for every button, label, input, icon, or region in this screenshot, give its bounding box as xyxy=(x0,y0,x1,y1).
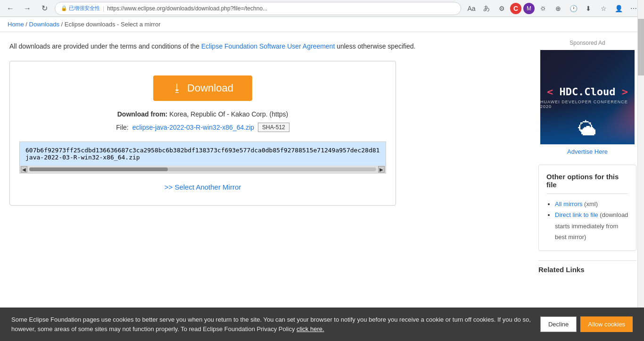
file-link[interactable]: eclipse-java-2022-03-R-win32-x86_64.zip xyxy=(132,124,254,131)
download-button-label: Download xyxy=(187,82,233,94)
terms-outro: unless otherwise specified. xyxy=(335,42,415,50)
breadcrumb-home[interactable]: Home xyxy=(8,21,24,28)
security-badge: 🔒 已增强安全性 xyxy=(61,5,100,12)
url-text: https://www.eclipse.org/downloads/downlo… xyxy=(107,5,455,12)
read-mode-button[interactable]: Aa xyxy=(465,2,478,15)
extension-icon[interactable]: ⛭ xyxy=(537,2,550,15)
scrollbar-thumb[interactable] xyxy=(29,167,168,171)
scrollbar-thumb[interactable] xyxy=(638,19,644,75)
option-all-mirrors: All mirrors (xml) xyxy=(555,199,628,209)
main-content: All downloads are provided under the ter… xyxy=(0,32,531,281)
breadcrumb-sep2: / xyxy=(61,21,63,28)
page-layout: All downloads are provided under the ter… xyxy=(0,32,644,281)
breadcrumb: Home / Downloads / Eclipse downloads - S… xyxy=(0,17,644,32)
terms-intro: All downloads are provided under the ter… xyxy=(9,42,201,50)
ad-banner[interactable]: < HDC.Cloud > HUAWEI DEVELOPER CONFERENC… xyxy=(540,50,635,144)
sha-badge[interactable]: SHA-512 xyxy=(258,123,289,132)
download-icon[interactable]: ⬇ xyxy=(582,2,595,15)
breadcrumb-current: Eclipse downloads - Select a mirror xyxy=(65,21,161,28)
browser-tab-button[interactable]: ⊕ xyxy=(552,2,565,15)
ad-cloud-visual: 🌥 xyxy=(578,118,597,140)
other-options-title: Other options for this file xyxy=(546,173,628,194)
file-info: File: eclipse-java-2022-03-R-win32-x86_6… xyxy=(19,123,386,132)
hash-text[interactable]: 607b6f92973ff25cdbd136636687c3ca2958bc6b… xyxy=(20,142,386,166)
sponsored-label: Sponsored Ad xyxy=(538,40,636,46)
ad-logo: < HDC.Cloud > xyxy=(547,86,628,98)
download-from-value: Korea, Republic Of - Kakao Corp. (https) xyxy=(169,110,288,118)
download-from-label: Download from: xyxy=(117,110,168,118)
all-mirrors-link[interactable]: All mirrors xyxy=(555,200,583,208)
page-scrollbar[interactable] xyxy=(637,0,644,281)
hash-container: 607b6f92973ff25cdbd136636687c3ca2958bc6b… xyxy=(19,141,386,174)
file-label: File: xyxy=(116,124,128,131)
scrollbar-track[interactable] xyxy=(29,167,376,171)
breadcrumb-sep1: / xyxy=(25,21,27,28)
option-direct-link: Direct link to file (download starts imm… xyxy=(555,209,628,242)
download-box: ⭳ Download Download from: Korea, Republi… xyxy=(9,61,396,206)
hash-scrollbar[interactable]: ◀ ▶ xyxy=(20,166,386,173)
breadcrumb-downloads[interactable]: Downloads xyxy=(29,21,59,28)
account-button[interactable]: 👤 xyxy=(612,2,625,15)
related-links-title: Related Links xyxy=(538,260,636,274)
refresh-button[interactable]: ↻ xyxy=(38,2,51,15)
other-options-list: All mirrors (xml) Direct link to file (d… xyxy=(546,199,628,243)
back-button[interactable]: ← xyxy=(4,2,17,15)
history-button[interactable]: 🕐 xyxy=(567,2,580,15)
address-bar[interactable]: 🔒 已增强安全性 | https://www.eclipse.org/downl… xyxy=(55,2,461,15)
advertise-link[interactable]: Advertise Here xyxy=(538,148,636,155)
favorites-button[interactable]: ☆ xyxy=(597,2,610,15)
download-button[interactable]: ⭳ Download xyxy=(153,75,252,101)
sidebar: Sponsored Ad < HDC.Cloud > HUAWEI DEVELO… xyxy=(531,32,644,281)
direct-link[interactable]: Direct link to file xyxy=(555,211,598,218)
terms-paragraph: All downloads are provided under the ter… xyxy=(9,42,521,51)
other-options-box: Other options for this file All mirrors … xyxy=(538,165,636,251)
forward-button[interactable]: → xyxy=(21,2,34,15)
all-mirrors-suffix: (xml) xyxy=(583,200,598,208)
scroll-left-btn[interactable]: ◀ xyxy=(21,166,27,173)
browser-toolbar: Aa あ ⚙ C M ⛭ ⊕ 🕐 ⬇ ☆ 👤 ⋯ xyxy=(465,2,640,15)
ad-subtitle: HUAWEI DEVELOPER CONFERENCE 2020 xyxy=(540,100,635,109)
download-from-text: Download from: Korea, Republic Of - Kaka… xyxy=(19,110,386,118)
download-icon: ⭳ xyxy=(172,82,182,94)
select-mirror-link[interactable]: >> Select Another Mirror xyxy=(165,183,241,191)
settings-button[interactable]: ⚙ xyxy=(495,2,508,15)
scroll-right-btn[interactable]: ▶ xyxy=(378,166,385,173)
download-button-wrapper: ⭳ Download xyxy=(19,75,386,110)
m-extension-icon[interactable]: M xyxy=(523,3,535,14)
translate-button[interactable]: あ xyxy=(480,2,493,15)
terms-link[interactable]: Eclipse Foundation Software User Agreeme… xyxy=(201,42,335,50)
browser-chrome: ← → ↻ 🔒 已增强安全性 | https://www.eclipse.org… xyxy=(0,0,644,17)
c-extension-icon[interactable]: C xyxy=(510,3,521,14)
